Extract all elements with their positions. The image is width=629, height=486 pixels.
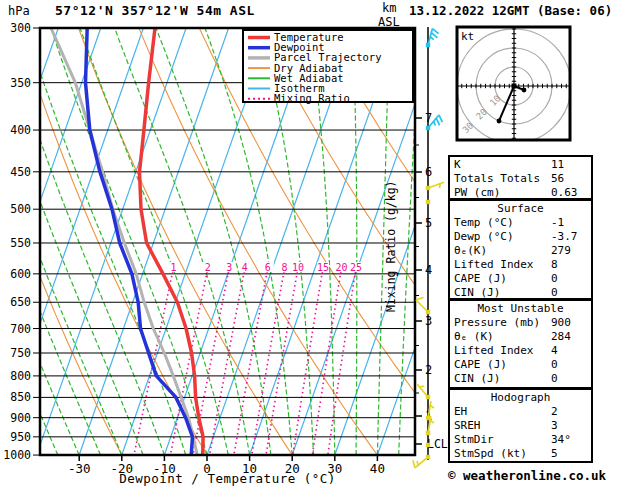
hodograph-table: HodographEH2SREH3StmDir34°StmSpd (kt)5: [448, 388, 593, 463]
mixing-ratio-value: 15: [317, 262, 329, 273]
mixing-ratio-line: [328, 262, 357, 454]
row-label: θₑ(K): [450, 244, 551, 258]
pressure-tick-label: 300: [10, 21, 31, 35]
row-label: CAPE (J): [450, 272, 551, 286]
mixing-ratio-value: 8: [282, 262, 288, 273]
surface-table-row: CIN (J)0: [450, 286, 591, 300]
wet-adiabat-line: [26, 28, 186, 455]
row-value: 8: [551, 258, 558, 272]
most-unstable-table: Most UnstablePressure (mb)900θₑ (K)284Li…: [448, 299, 593, 389]
surface-table-row: θₑ(K)279: [450, 244, 591, 258]
most-unstable-table-title: Most Unstable: [450, 302, 591, 316]
surface-table-title: Surface: [450, 202, 591, 216]
surface-table-row: Temp (°C)-1: [450, 216, 591, 230]
isotherm-line: [79, 28, 228, 455]
pressure-tick-label: 600: [10, 267, 31, 281]
row-label: CIN (J): [450, 286, 551, 300]
row-value: 11: [551, 158, 564, 172]
pressure-tick-label: 750: [10, 346, 31, 360]
row-value: 0.63: [551, 186, 578, 200]
wind-barb: [413, 455, 430, 468]
legend: TemperatureDewpointParcel TrajectoryDry …: [243, 30, 413, 104]
pressure-tick-label: 800: [10, 369, 31, 383]
row-value: 4: [551, 344, 558, 358]
hodograph-table-title: Hodograph: [450, 391, 591, 405]
row-label: K: [450, 158, 551, 172]
row-label: Temp (°C): [450, 216, 551, 230]
mixing-ratio-value: 20: [335, 262, 347, 273]
credit-text: © weatheronline.co.uk: [448, 468, 628, 483]
pressure-tick-label: 400: [10, 123, 31, 137]
row-label: Lifted Index: [450, 258, 551, 272]
row-value: 0: [551, 272, 558, 286]
row-label: StmDir: [450, 433, 551, 447]
row-label: SREH: [450, 419, 551, 433]
mixing-ratio-line: [234, 262, 269, 454]
stability-indices-table-row: Totals Totals56: [450, 172, 591, 186]
row-value: 900: [551, 316, 571, 330]
mixing-ratio-line: [293, 262, 324, 454]
row-value: 56: [551, 172, 564, 186]
pressure-tick-label: 1000: [3, 448, 31, 462]
wind-barb-column: [413, 27, 444, 468]
mixing-ratio-value: 25: [350, 262, 362, 273]
row-value: 0: [551, 286, 558, 300]
row-label: CAPE (J): [450, 358, 551, 372]
mixing-ratio-line: [266, 262, 299, 454]
row-value: 284: [551, 330, 571, 344]
row-value: 2: [551, 405, 558, 419]
mixing-ratio-value: 2: [205, 262, 211, 273]
hodograph-ring-label: 20: [474, 107, 489, 122]
mixing-ratio-value: 6: [265, 262, 271, 273]
hodograph-table-row: StmSpd (kt)5: [450, 447, 591, 461]
row-value: -1: [551, 216, 564, 230]
row-value: 0: [551, 358, 558, 372]
stability-indices-table-row: PW (cm)0.63: [450, 186, 591, 200]
most-unstable-table-row: CIN (J)0: [450, 372, 591, 386]
row-value: 34°: [551, 433, 571, 447]
pressure-tick-label: 500: [10, 202, 31, 216]
mixing-ratio-line: [252, 262, 286, 454]
row-value: 279: [551, 244, 571, 258]
row-label: PW (cm): [450, 186, 551, 200]
hodograph-ring-label: 10: [488, 93, 503, 108]
row-label: EH: [450, 405, 551, 419]
pressure-tick-label: 450: [10, 165, 31, 179]
pressure-tick-label: 350: [10, 76, 31, 90]
surface-table-row: Lifted Index8: [450, 258, 591, 272]
pressure-tick-label: 950: [10, 430, 31, 444]
most-unstable-table-row: CAPE (J)0: [450, 358, 591, 372]
hodograph-unit-label: kt: [461, 30, 474, 43]
most-unstable-table-row: Lifted Index4: [450, 344, 591, 358]
row-label: CIN (J): [450, 372, 551, 386]
stability-indices-table: K11Totals Totals56PW (cm)0.63: [448, 155, 593, 200]
row-value: -3.7: [551, 230, 578, 244]
wet-adiabat-line: [51, 28, 207, 455]
hodograph-table-row: SREH3: [450, 419, 591, 433]
stability-indices-table-row: K11: [450, 158, 591, 172]
surface-table-row: Dewp (°C)-3.7: [450, 230, 591, 244]
pressure-tick-label: 850: [10, 390, 31, 404]
hodograph: 102030kt: [457, 27, 571, 143]
wind-barb: [426, 200, 430, 204]
row-label: Totals Totals: [450, 172, 551, 186]
mixing-ratio-value: 10: [292, 262, 304, 273]
hodograph-table-row: EH2: [450, 405, 591, 419]
surface-table: SurfaceTemp (°C)-1Dewp (°C)-3.7θₑ(K)279L…: [448, 199, 593, 300]
legend-label: Mixing Ratio: [274, 92, 350, 104]
hodograph-ring-label: 30: [460, 121, 475, 136]
row-value: 5: [551, 447, 558, 461]
isotherm-line: [37, 28, 187, 455]
skewt-sounding-page: hPa 57°12'N 357°12'W 54m ASL km ASL 13.1…: [0, 0, 629, 486]
mixing-ratio-axis-label: Mixing Ratio (g/kg): [384, 180, 398, 312]
row-label: Lifted Index: [450, 344, 551, 358]
altitude-axis: 7654321LCL: [415, 111, 448, 451]
mixing-ratio-labels: 12346810152025: [167, 262, 362, 273]
temperature-axis-label: Dewpoint / Temperature (°C): [0, 471, 455, 486]
hodograph-table-row: StmDir34°: [450, 433, 591, 447]
pressure-tick-label: 650: [10, 295, 31, 309]
row-label: Pressure (mb): [450, 316, 551, 330]
most-unstable-table-row: θₑ (K)284: [450, 330, 591, 344]
pressure-tick-label: 550: [10, 236, 31, 250]
row-value: 0: [551, 372, 558, 386]
